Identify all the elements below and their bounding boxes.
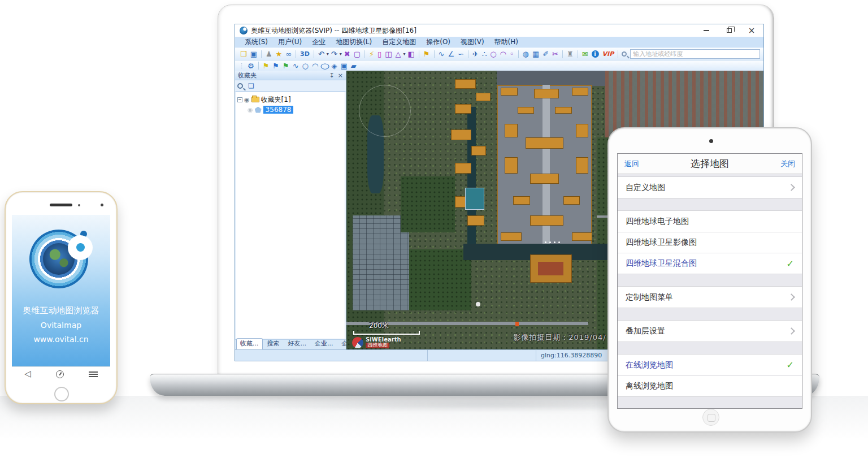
delete-icon[interactable]: ✖	[342, 50, 352, 58]
info-icon[interactable]: i	[592, 50, 599, 58]
pushpin-yellow-icon[interactable]: ⚑	[261, 62, 271, 70]
draw-polyline-icon[interactable]: ∿	[291, 62, 301, 70]
phone-home-button[interactable]	[54, 387, 69, 401]
tablet-home-button[interactable]	[702, 409, 719, 426]
pushpin-blue-icon[interactable]: ⚑	[271, 62, 281, 70]
menu-user[interactable]: 用户(U)	[274, 37, 306, 47]
list-item-electronic-map[interactable]: 四维地球电子地图	[618, 211, 802, 232]
map-hall-west	[467, 215, 484, 225]
list-item-satellite-hybrid[interactable]: 四维地球卫星混合图 ✓	[618, 253, 802, 274]
measure-ruler-icon[interactable]: ▯	[376, 50, 383, 58]
menu-help[interactable]: 帮助(H)	[491, 37, 522, 47]
nav-compass-icon[interactable]	[56, 370, 64, 378]
cut-scissors-icon[interactable]: ✂	[550, 50, 560, 58]
vip-badge[interactable]: VIP	[601, 51, 616, 57]
app-logo-icon	[240, 27, 248, 34]
toolbar-grip[interactable]: ⋮	[238, 62, 244, 70]
app-name-en: Ovitalmap	[23, 318, 99, 332]
search-magnifier-icon[interactable]	[622, 51, 627, 57]
nav-back-icon[interactable]: ◁	[24, 370, 31, 378]
list-item-offline-browse[interactable]: 离线浏览地图	[618, 375, 802, 396]
draw-polyline-icon[interactable]: ∿	[437, 50, 446, 58]
draw-curve-icon[interactable]: ∽	[456, 50, 466, 58]
phone-device: 奥维互动地图浏览器 Ovitalmap www.ovital.cn ◁	[5, 191, 118, 404]
snapshot-icon[interactable]: ◫	[383, 50, 393, 58]
quick-action-lightning-icon[interactable]: ⚡	[367, 50, 376, 58]
scatter-points-icon[interactable]: ∴	[480, 50, 488, 58]
draw-circle-icon[interactable]: ○	[488, 50, 498, 58]
panel-pin-icon[interactable]: ↧	[329, 72, 335, 79]
binoculars-search-icon[interactable]: ∞	[284, 50, 293, 58]
list-item-label: 在线浏览地图	[626, 360, 673, 370]
tab-enterprise-1[interactable]: 企业...	[311, 338, 337, 349]
visibility-eye-off-icon[interactable]: ◉	[248, 106, 253, 114]
redo-icon[interactable]: ↷	[329, 50, 339, 58]
settings-gear-icon[interactable]: ⚙	[246, 62, 256, 70]
visibility-eye-icon[interactable]: ◉	[244, 96, 250, 103]
map-palace-axis-path	[542, 85, 550, 255]
tree-collapse-icon[interactable]	[237, 97, 242, 102]
marquee-select-icon[interactable]: ▢	[352, 50, 362, 58]
phone-speaker	[50, 204, 72, 206]
address-search-input[interactable]	[631, 50, 760, 58]
close-button[interactable]: 关闭	[780, 159, 795, 169]
menu-system[interactable]: 系统(S)	[241, 37, 272, 47]
nav-menu-icon[interactable]	[89, 371, 98, 377]
map-hall-west	[476, 93, 491, 101]
undo-icon[interactable]: ↶	[316, 50, 326, 58]
image-overlay-icon[interactable]: ▦	[531, 50, 541, 58]
map-gate-roof	[538, 262, 563, 276]
menu-enterprise[interactable]: 企业	[308, 37, 329, 47]
user-icon[interactable]: ♟	[264, 50, 274, 58]
signal-tower-icon[interactable]: ♜	[565, 50, 575, 58]
list-item-satellite-image[interactable]: 四维地球卫星影像图	[618, 232, 802, 253]
tab-friends[interactable]: 好友...	[284, 338, 311, 349]
draw-dot-icon[interactable]: ◦	[508, 50, 516, 58]
panel-layers-icon[interactable]: ❏	[246, 83, 256, 89]
map-hall	[526, 137, 563, 149]
map-hall	[572, 232, 593, 241]
list-item-label: 四维地球电子地图	[626, 217, 689, 227]
menu-view[interactable]: 视图(V)	[457, 37, 488, 47]
close-button[interactable]: ×	[748, 27, 756, 34]
terrain-delta-icon[interactable]: △	[394, 50, 403, 58]
menu-map-switch[interactable]: 地图切换(L)	[332, 37, 376, 47]
map-bridge-dot	[549, 241, 551, 243]
tab-search[interactable]: 搜索	[263, 338, 284, 349]
list-item-custom-menu[interactable]: 定制地图菜单	[618, 287, 802, 308]
draw-circle-icon[interactable]: ○	[301, 62, 310, 70]
watermark-brand-cn: 四维地图	[366, 343, 389, 348]
map-hall	[576, 157, 588, 174]
tree-root-row[interactable]: ◉ 收藏夹[1]	[237, 94, 344, 105]
menu-custom-map[interactable]: 自定义地图	[378, 37, 420, 47]
open-file-icon[interactable]: ❒	[238, 50, 249, 58]
draw-arc-icon[interactable]: ◠	[498, 50, 508, 58]
globe-region-icon[interactable]: ◍	[521, 50, 531, 58]
minimize-button[interactable]	[702, 27, 710, 34]
panel-header-buttons: ↧ ×	[329, 72, 343, 79]
pushpin-green-icon[interactable]: ⚑	[281, 62, 291, 70]
restore-button[interactable]	[725, 27, 733, 34]
add-placemark-icon[interactable]: ⚑	[422, 50, 432, 58]
draw-ellipse-icon[interactable]: ○	[318, 62, 332, 70]
measure-angle-icon[interactable]: ∠	[446, 50, 456, 58]
draw-rectangle-icon[interactable]: ▣	[339, 62, 349, 70]
list-item-custom-map[interactable]: 自定义地图	[618, 177, 802, 198]
list-item-online-browse[interactable]: 在线浏览地图 ✓	[618, 355, 802, 375]
list-item-overlay-settings[interactable]: 叠加层设置	[618, 321, 802, 342]
tree-child-row[interactable]: ◉ 356878	[237, 105, 344, 115]
save-icon[interactable]: ▣	[249, 50, 259, 58]
tab-favorites[interactable]: 收藏...	[236, 338, 263, 349]
flight-track-icon[interactable]: ✈	[471, 50, 480, 58]
favorites-star-icon[interactable]: ★	[274, 50, 284, 58]
video-record-icon[interactable]: ◧	[406, 50, 416, 58]
panel-close-icon[interactable]: ×	[338, 72, 343, 79]
draw-polygon-icon[interactable]: ▰	[349, 62, 358, 70]
map-hall	[505, 157, 517, 174]
panel-search-icon[interactable]	[237, 83, 243, 89]
view-3d-button[interactable]: 3D	[298, 51, 311, 57]
edit-pencil-icon[interactable]: ✐	[541, 50, 550, 58]
menu-operate[interactable]: 操作(O)	[422, 37, 454, 47]
back-button[interactable]: 返回	[624, 159, 639, 169]
message-icon[interactable]: ✉	[580, 50, 590, 58]
